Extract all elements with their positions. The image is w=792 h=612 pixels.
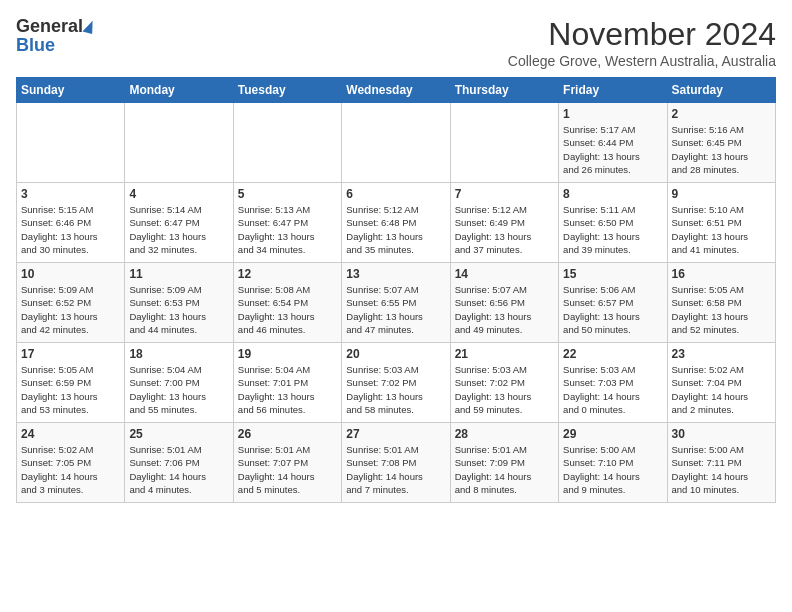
calendar-cell xyxy=(17,103,125,183)
calendar-cell: 3Sunrise: 5:15 AM Sunset: 6:46 PM Daylig… xyxy=(17,183,125,263)
logo-blue-text: Blue xyxy=(16,35,55,56)
day-number: 12 xyxy=(238,267,337,281)
day-number: 9 xyxy=(672,187,771,201)
header: General Blue November 2024 College Grove… xyxy=(16,16,776,69)
calendar-cell: 22Sunrise: 5:03 AM Sunset: 7:03 PM Dayli… xyxy=(559,343,667,423)
calendar-cell: 29Sunrise: 5:00 AM Sunset: 7:10 PM Dayli… xyxy=(559,423,667,503)
day-info: Sunrise: 5:12 AM Sunset: 6:49 PM Dayligh… xyxy=(455,203,554,256)
calendar-cell: 27Sunrise: 5:01 AM Sunset: 7:08 PM Dayli… xyxy=(342,423,450,503)
calendar-cell: 11Sunrise: 5:09 AM Sunset: 6:53 PM Dayli… xyxy=(125,263,233,343)
day-number: 13 xyxy=(346,267,445,281)
day-number: 15 xyxy=(563,267,662,281)
day-info: Sunrise: 5:00 AM Sunset: 7:11 PM Dayligh… xyxy=(672,443,771,496)
calendar-header-row: SundayMondayTuesdayWednesdayThursdayFrid… xyxy=(17,78,776,103)
calendar-cell: 17Sunrise: 5:05 AM Sunset: 6:59 PM Dayli… xyxy=(17,343,125,423)
header-friday: Friday xyxy=(559,78,667,103)
calendar-cell xyxy=(342,103,450,183)
day-number: 2 xyxy=(672,107,771,121)
day-info: Sunrise: 5:09 AM Sunset: 6:52 PM Dayligh… xyxy=(21,283,120,336)
calendar-cell: 5Sunrise: 5:13 AM Sunset: 6:47 PM Daylig… xyxy=(233,183,341,263)
calendar-cell: 16Sunrise: 5:05 AM Sunset: 6:58 PM Dayli… xyxy=(667,263,775,343)
calendar-cell: 26Sunrise: 5:01 AM Sunset: 7:07 PM Dayli… xyxy=(233,423,341,503)
day-info: Sunrise: 5:04 AM Sunset: 7:00 PM Dayligh… xyxy=(129,363,228,416)
day-number: 11 xyxy=(129,267,228,281)
day-info: Sunrise: 5:13 AM Sunset: 6:47 PM Dayligh… xyxy=(238,203,337,256)
day-info: Sunrise: 5:15 AM Sunset: 6:46 PM Dayligh… xyxy=(21,203,120,256)
day-info: Sunrise: 5:16 AM Sunset: 6:45 PM Dayligh… xyxy=(672,123,771,176)
calendar-cell: 4Sunrise: 5:14 AM Sunset: 6:47 PM Daylig… xyxy=(125,183,233,263)
calendar-cell: 15Sunrise: 5:06 AM Sunset: 6:57 PM Dayli… xyxy=(559,263,667,343)
calendar-cell: 10Sunrise: 5:09 AM Sunset: 6:52 PM Dayli… xyxy=(17,263,125,343)
header-wednesday: Wednesday xyxy=(342,78,450,103)
day-info: Sunrise: 5:01 AM Sunset: 7:06 PM Dayligh… xyxy=(129,443,228,496)
header-tuesday: Tuesday xyxy=(233,78,341,103)
day-number: 6 xyxy=(346,187,445,201)
day-info: Sunrise: 5:14 AM Sunset: 6:47 PM Dayligh… xyxy=(129,203,228,256)
day-number: 16 xyxy=(672,267,771,281)
calendar-cell xyxy=(233,103,341,183)
calendar-week-3: 10Sunrise: 5:09 AM Sunset: 6:52 PM Dayli… xyxy=(17,263,776,343)
day-info: Sunrise: 5:08 AM Sunset: 6:54 PM Dayligh… xyxy=(238,283,337,336)
day-number: 24 xyxy=(21,427,120,441)
day-info: Sunrise: 5:03 AM Sunset: 7:02 PM Dayligh… xyxy=(455,363,554,416)
day-info: Sunrise: 5:17 AM Sunset: 6:44 PM Dayligh… xyxy=(563,123,662,176)
header-sunday: Sunday xyxy=(17,78,125,103)
day-number: 3 xyxy=(21,187,120,201)
calendar-cell xyxy=(450,103,558,183)
day-number: 18 xyxy=(129,347,228,361)
title-area: November 2024 College Grove, Western Aus… xyxy=(508,16,776,69)
day-info: Sunrise: 5:02 AM Sunset: 7:04 PM Dayligh… xyxy=(672,363,771,416)
day-info: Sunrise: 5:07 AM Sunset: 6:56 PM Dayligh… xyxy=(455,283,554,336)
calendar-cell: 19Sunrise: 5:04 AM Sunset: 7:01 PM Dayli… xyxy=(233,343,341,423)
day-number: 22 xyxy=(563,347,662,361)
day-info: Sunrise: 5:11 AM Sunset: 6:50 PM Dayligh… xyxy=(563,203,662,256)
header-monday: Monday xyxy=(125,78,233,103)
day-info: Sunrise: 5:02 AM Sunset: 7:05 PM Dayligh… xyxy=(21,443,120,496)
day-number: 23 xyxy=(672,347,771,361)
day-number: 21 xyxy=(455,347,554,361)
day-number: 5 xyxy=(238,187,337,201)
calendar-week-1: 1Sunrise: 5:17 AM Sunset: 6:44 PM Daylig… xyxy=(17,103,776,183)
calendar-cell: 28Sunrise: 5:01 AM Sunset: 7:09 PM Dayli… xyxy=(450,423,558,503)
day-number: 7 xyxy=(455,187,554,201)
calendar-cell: 20Sunrise: 5:03 AM Sunset: 7:02 PM Dayli… xyxy=(342,343,450,423)
day-info: Sunrise: 5:00 AM Sunset: 7:10 PM Dayligh… xyxy=(563,443,662,496)
calendar-cell: 8Sunrise: 5:11 AM Sunset: 6:50 PM Daylig… xyxy=(559,183,667,263)
month-title: November 2024 xyxy=(508,16,776,53)
calendar-cell: 14Sunrise: 5:07 AM Sunset: 6:56 PM Dayli… xyxy=(450,263,558,343)
calendar-cell: 24Sunrise: 5:02 AM Sunset: 7:05 PM Dayli… xyxy=(17,423,125,503)
calendar-cell: 23Sunrise: 5:02 AM Sunset: 7:04 PM Dayli… xyxy=(667,343,775,423)
calendar-cell xyxy=(125,103,233,183)
calendar-week-5: 24Sunrise: 5:02 AM Sunset: 7:05 PM Dayli… xyxy=(17,423,776,503)
day-number: 4 xyxy=(129,187,228,201)
day-number: 27 xyxy=(346,427,445,441)
calendar-cell: 18Sunrise: 5:04 AM Sunset: 7:00 PM Dayli… xyxy=(125,343,233,423)
day-info: Sunrise: 5:12 AM Sunset: 6:48 PM Dayligh… xyxy=(346,203,445,256)
header-thursday: Thursday xyxy=(450,78,558,103)
calendar-cell: 12Sunrise: 5:08 AM Sunset: 6:54 PM Dayli… xyxy=(233,263,341,343)
day-info: Sunrise: 5:07 AM Sunset: 6:55 PM Dayligh… xyxy=(346,283,445,336)
day-number: 19 xyxy=(238,347,337,361)
logo-triangle-icon xyxy=(83,19,96,34)
day-info: Sunrise: 5:09 AM Sunset: 6:53 PM Dayligh… xyxy=(129,283,228,336)
calendar-cell: 6Sunrise: 5:12 AM Sunset: 6:48 PM Daylig… xyxy=(342,183,450,263)
day-info: Sunrise: 5:01 AM Sunset: 7:07 PM Dayligh… xyxy=(238,443,337,496)
day-number: 14 xyxy=(455,267,554,281)
day-number: 10 xyxy=(21,267,120,281)
day-number: 1 xyxy=(563,107,662,121)
day-number: 20 xyxy=(346,347,445,361)
calendar-cell: 1Sunrise: 5:17 AM Sunset: 6:44 PM Daylig… xyxy=(559,103,667,183)
logo-general-text: General xyxy=(16,16,83,37)
calendar-cell: 2Sunrise: 5:16 AM Sunset: 6:45 PM Daylig… xyxy=(667,103,775,183)
day-number: 26 xyxy=(238,427,337,441)
day-number: 30 xyxy=(672,427,771,441)
calendar-week-2: 3Sunrise: 5:15 AM Sunset: 6:46 PM Daylig… xyxy=(17,183,776,263)
day-info: Sunrise: 5:01 AM Sunset: 7:08 PM Dayligh… xyxy=(346,443,445,496)
day-number: 28 xyxy=(455,427,554,441)
day-number: 17 xyxy=(21,347,120,361)
day-info: Sunrise: 5:03 AM Sunset: 7:03 PM Dayligh… xyxy=(563,363,662,416)
calendar-cell: 25Sunrise: 5:01 AM Sunset: 7:06 PM Dayli… xyxy=(125,423,233,503)
logo: General Blue xyxy=(16,16,94,56)
day-info: Sunrise: 5:06 AM Sunset: 6:57 PM Dayligh… xyxy=(563,283,662,336)
day-number: 8 xyxy=(563,187,662,201)
